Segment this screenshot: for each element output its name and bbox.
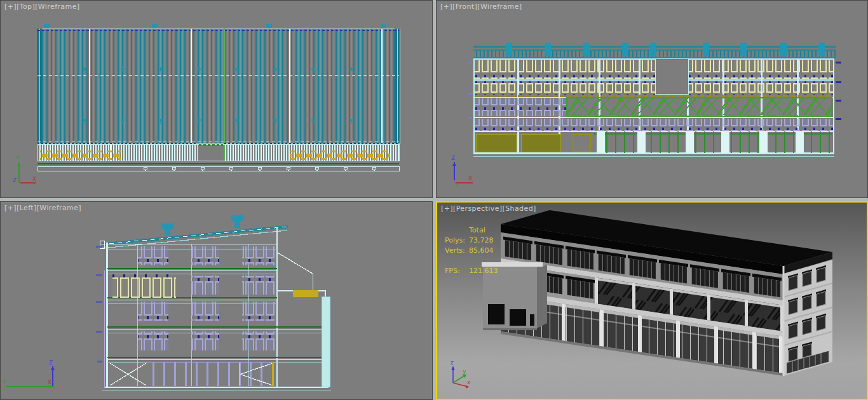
front-view-canvas[interactable]: Z Y X	[437, 1, 867, 197]
building-top-view	[37, 24, 400, 171]
stats-polys-label: Polys:	[445, 236, 469, 246]
axis-tripod-front: Z Y X	[451, 155, 473, 187]
axis-x-label: X	[48, 379, 51, 385]
axis-y-label: Y	[2, 379, 6, 385]
axis-tripod-left: Z Y X	[2, 359, 55, 387]
stats-polys-value: 73,728	[469, 236, 498, 246]
viewport-top-label[interactable]: [+][Top][Wireframe]	[4, 3, 80, 11]
stats-fps-label: FPS:	[445, 266, 469, 276]
stats-total-label: Total	[469, 225, 498, 236]
stats-verts-value: 85,604	[469, 246, 498, 256]
viewport-left-label[interactable]: [+][Left][Wireframe]	[4, 204, 81, 212]
viewport-front[interactable]: [+][Front][Wireframe]	[436, 0, 868, 198]
viewport-grid: [+][Top][Wireframe]	[0, 0, 868, 400]
axis-z-label: z	[451, 359, 454, 366]
perspective-view-canvas[interactable]: z y x	[437, 203, 867, 399]
building-front-elevation	[467, 43, 841, 157]
axis-tripod-top: Y Z X	[13, 155, 36, 183]
viewport-top[interactable]: [+][Top][Wireframe]	[0, 0, 433, 198]
left-view-canvas[interactable]: Z Y X	[1, 202, 432, 399]
top-view-canvas[interactable]: Y Z X	[1, 1, 432, 197]
viewport-perspective[interactable]: [+][Perspective][Shaded] Total Polys:73,…	[436, 201, 868, 400]
end-wall	[783, 260, 832, 376]
stats-spacer	[445, 225, 469, 236]
axis-x-label: x	[467, 379, 471, 385]
viewport-perspective-label[interactable]: [+][Perspective][Shaded]	[441, 204, 536, 213]
axis-x-label: X	[468, 175, 472, 182]
viewport-front-label[interactable]: [+][Front][Wireframe]	[440, 3, 522, 11]
stats-fps-value: 121.613	[469, 266, 498, 276]
axis-y-label: Y	[15, 155, 20, 161]
axis-z-label: Z	[13, 177, 17, 183]
axis-tripod-perspective: z y x	[451, 359, 471, 389]
stats-verts-label: Verts:	[445, 246, 469, 256]
viewport-left[interactable]: [+][Left][Wireframe]	[0, 201, 433, 400]
axis-z-label: Z	[49, 359, 53, 366]
axis-x-label: X	[32, 176, 36, 182]
axis-y-label: y	[463, 368, 466, 375]
statistics-overlay: Total Polys:73,728 Verts:85,604 FPS:121.…	[445, 225, 498, 276]
axis-z-label: Z	[451, 155, 455, 161]
building-shaded-model	[482, 210, 832, 376]
axis-y-label: Y	[454, 182, 458, 187]
building-left-elevation	[96, 215, 331, 390]
